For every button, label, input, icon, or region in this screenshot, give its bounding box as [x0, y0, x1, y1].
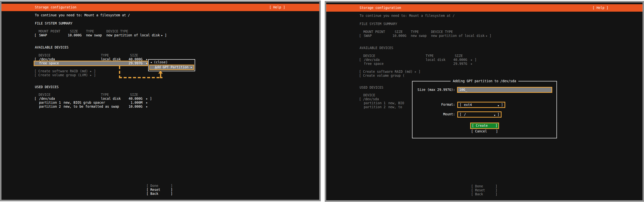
add-gpt-partition-dialog: Adding GPT partition to /dev/sda Size (m… [412, 81, 557, 138]
done-button[interactable]: [ Done ] [471, 184, 497, 188]
available-devices-title: AVAILABLE DEVICES [326, 46, 642, 50]
dropdown-arrow-icon: ▼ [498, 103, 499, 108]
right-terminal-screen: Storage configuration [ Help ] To contin… [326, 3, 642, 200]
free-space-size: 29.997G [120, 61, 142, 65]
annotation-dashed-line-horizontal [119, 77, 162, 78]
open-bracket: [ [471, 192, 473, 196]
create-lvm-text: [ Create volume group ( [359, 74, 404, 78]
col-device-type: DEVICE TYPE [106, 30, 128, 34]
mount-select[interactable]: [ / ▼ ] [457, 111, 502, 118]
menu-item-add-gpt-partition[interactable]: Add GPT Partition ▸ [149, 65, 194, 70]
done-label: Done [475, 184, 495, 188]
size-input[interactable]: 10G_ [457, 87, 552, 93]
create-raid-text: [ Create software RAID (md) ▸ ] [359, 70, 420, 74]
used-sda-row[interactable]: [ /dev/sda local disk 40.000G ▸ ] [2, 97, 319, 101]
annotation-arrow-shaft [160, 74, 161, 78]
col-device: DEVICE [363, 93, 375, 97]
instruction-line: To continue you need to: Mount a filesys… [326, 3, 642, 7]
sda-size: 40.000G [120, 97, 142, 101]
col-mount-point: MOUNT POINT [38, 30, 60, 34]
sda-device: [ /dev/sda [359, 97, 379, 101]
dropdown-arrow-icon: ▼ [494, 113, 495, 118]
back-label: Back [150, 192, 171, 196]
create-button[interactable]: [ Create ] [470, 123, 499, 129]
used-devices-title: USED DEVICES [2, 85, 319, 89]
partition1-info: new, BIOS grub spacer [64, 101, 105, 105]
right-terminal-window: Storage configuration [ Help ] To contin… [325, 1, 644, 202]
open-bracket: [ [471, 184, 473, 188]
done-button[interactable]: [ Done ] [146, 184, 172, 188]
open-bracket: [ [146, 192, 148, 196]
open-bracket: [ [34, 97, 36, 101]
open-bracket: [ [146, 184, 148, 188]
close-bracket: ] [490, 34, 492, 38]
used-header-row: DEVICE TYPE SIZE [2, 93, 319, 97]
col-size: SIZE [130, 54, 138, 57]
free-space-row-selected[interactable]: free space 29.997G ▸ [34, 61, 148, 66]
swap-type: new swap [86, 34, 102, 37]
fs-summary-title-text: FILE SYSTEM SUMMARY [35, 22, 72, 26]
size-value: 10G [459, 88, 465, 92]
close-bracket: ] [150, 97, 152, 101]
fs-summary-swap-row[interactable]: [ SWAP 10.000G new swap new partition of… [2, 34, 319, 37]
partition1-device: partition 1 [364, 101, 386, 105]
close-bracket: ] [171, 184, 172, 188]
instruction-line: To continue you need to: Mount a filesys… [2, 2, 319, 6]
partition2-row[interactable]: partition 2 new, to be formatted as swap… [2, 105, 319, 109]
page-background: Storage configuration [ Help ] To contin… [0, 0, 644, 202]
row-arrow-icon: ▸ [146, 97, 148, 101]
row-arrow-icon: ▸ [486, 34, 488, 38]
fs-summary-swap-row: [ SWAP 10.000G new swap new partition of… [326, 34, 642, 38]
create-raid-action: [ Create software RAID (md) ▸ ] [326, 70, 642, 74]
partition2-size: 10.000G [120, 105, 142, 109]
available-devices-title-text: AVAILABLE DEVICES [360, 46, 393, 50]
create-raid-text: [ Create software RAID (md) ▸ ] [34, 69, 96, 73]
close-bracket: ] [495, 184, 497, 188]
open-bracket: [ [460, 112, 462, 117]
instruction-text: To continue you need to: Mount a filesys… [35, 13, 130, 17]
cancel-label: Cancel [475, 129, 496, 133]
col-type: TYPE [101, 93, 109, 97]
partition1-row[interactable]: partition 1 new, BIOS grub spacer 1.000M… [2, 101, 319, 105]
chevron-left-icon: ◂ [150, 60, 152, 64]
reset-button[interactable]: [ Reset ] [146, 188, 172, 192]
col-type: TYPE [411, 30, 419, 34]
col-device: DEVICE [38, 93, 50, 97]
col-size: SIZE [70, 30, 78, 34]
fs-summary-header-row: MOUNT POINT SIZE TYPE DEVICE TYPE [2, 30, 319, 34]
swap-device-type: new partition of local disk [106, 34, 160, 37]
used-devices-title-text: USED DEVICES [35, 85, 58, 89]
open-bracket: [ [359, 58, 361, 62]
create-lvm-text: [ Create volume group (LVM) ▸ ] [34, 73, 96, 77]
col-size: SIZE [455, 54, 463, 58]
left-terminal-screen: Storage configuration [ Help ] To contin… [2, 2, 319, 200]
close-bracket: ] [495, 188, 497, 192]
sda-device: /dev/sda [39, 97, 55, 101]
open-bracket: [ [471, 188, 473, 192]
format-select[interactable]: [ ext4 ▼ ] [457, 102, 505, 108]
done-label: Done [150, 184, 171, 188]
sda-size: 40.000G [445, 58, 467, 62]
back-button[interactable]: [ Back ] [471, 192, 497, 196]
reset-label: Reset [150, 188, 171, 192]
reset-label: Reset [475, 188, 495, 192]
open-bracket: [ [34, 34, 36, 37]
mount-value: / [464, 112, 466, 117]
fs-summary-title-text: FILE SYSTEM SUMMARY [360, 22, 397, 26]
used-devices-title-text: USED DEVICES [360, 86, 383, 90]
partition1-device: partition 1 [39, 101, 61, 105]
annotation-dashed-line-vertical [119, 66, 120, 78]
partition2-device: partition 2 [364, 105, 386, 109]
left-terminal-window: Storage configuration [ Help ] To contin… [0, 1, 321, 201]
reset-button[interactable]: [ Reset ] [471, 188, 497, 192]
back-button[interactable]: [ Back ] [146, 192, 172, 196]
cancel-button[interactable]: [ Cancel ] [471, 129, 498, 133]
swap-type: new swap [411, 34, 426, 38]
format-label: Format: [412, 103, 455, 107]
col-mount-point: MOUNT POINT [363, 30, 385, 34]
col-device: DEVICE [363, 54, 375, 58]
fs-summary-title: FILE SYSTEM SUMMARY [2, 22, 319, 26]
open-bracket: [ [146, 188, 148, 192]
sda-type: local disk [426, 58, 446, 62]
close-bracket: ] [165, 34, 167, 37]
